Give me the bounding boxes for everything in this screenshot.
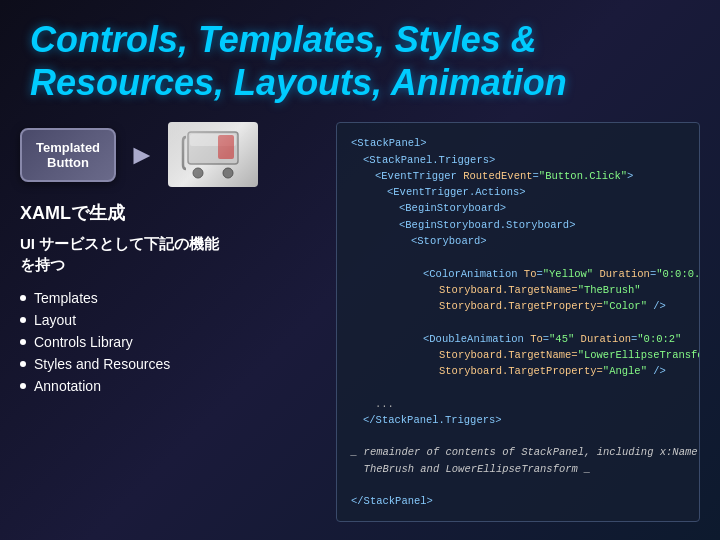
list-item-label: Layout (34, 312, 76, 328)
code-line: <Storyboard> (351, 233, 685, 249)
code-line (351, 477, 685, 493)
list-item: Controls Library (20, 331, 320, 353)
main-title: Controls, Templates, Styles & Resources,… (30, 18, 690, 104)
list-item-label: Templates (34, 290, 98, 306)
shopping-cart-svg (178, 127, 248, 182)
bullet-dot (20, 361, 26, 367)
bullet-list: Templates Layout Controls Library Styles… (20, 287, 320, 397)
bullet-dot (20, 339, 26, 345)
code-line: <BeginStoryboard> (351, 200, 685, 216)
bullet-dot (20, 383, 26, 389)
ui-service-text: UI サービスとして下記の機能を持つ (20, 233, 320, 275)
code-line: </StackPanel.Triggers> (351, 412, 685, 428)
code-line: <EventTrigger.Actions> (351, 184, 685, 200)
code-line: Storyboard.TargetProperty="Color" /> (351, 298, 685, 314)
title-section: Controls, Templates, Styles & Resources,… (0, 0, 720, 114)
code-line (351, 314, 685, 330)
code-line: </StackPanel> (351, 493, 685, 509)
code-line: Storyboard.TargetName="LowerEllipseTrans… (351, 347, 685, 363)
bullet-dot (20, 317, 26, 323)
code-panel: <StackPanel> <StackPanel.Triggers> <Even… (336, 122, 700, 522)
svg-rect-0 (188, 132, 238, 164)
list-item: Layout (20, 309, 320, 331)
code-line: Storyboard.TargetProperty="Angle" /> (351, 363, 685, 379)
code-line (351, 379, 685, 395)
japanese-heading: XAMLで生成 (20, 201, 320, 225)
template-button-label: TemplatedButton (36, 140, 100, 170)
code-line: ... (351, 396, 685, 412)
list-item: Templates (20, 287, 320, 309)
code-line: <BeginStoryboard.Storyboard> (351, 217, 685, 233)
svg-rect-4 (218, 135, 234, 159)
code-line: <ColorAnimation To="Yellow" Duration="0:… (351, 266, 685, 282)
code-line (351, 249, 685, 265)
svg-rect-3 (190, 134, 236, 146)
left-panel: TemplatedButton ► XAMLで生 (20, 122, 320, 522)
code-line (351, 428, 685, 444)
list-item: Styles and Resources (20, 353, 320, 375)
list-item: Annotation (20, 375, 320, 397)
template-button-badge: TemplatedButton (20, 128, 116, 182)
code-line: <StackPanel> (351, 135, 685, 151)
list-item-label: Styles and Resources (34, 356, 170, 372)
code-line: <DoubleAnimation To="45" Duration="0:0:2… (351, 331, 685, 347)
template-button-area: TemplatedButton ► (20, 122, 320, 187)
bullet-dot (20, 295, 26, 301)
list-item-label: Annotation (34, 378, 101, 394)
svg-point-1 (193, 168, 203, 178)
arrow-right-icon: ► (128, 139, 156, 171)
code-line: TheBrush and LowerEllipseTransform _ (351, 461, 685, 477)
svg-point-2 (223, 168, 233, 178)
code-line: Storyboard.TargetName="TheBrush" (351, 282, 685, 298)
code-line: <EventTrigger RoutedEvent="Button.Click"… (351, 168, 685, 184)
code-line: <StackPanel.Triggers> (351, 152, 685, 168)
content-area: TemplatedButton ► XAMLで生 (0, 114, 720, 532)
cart-image (168, 122, 258, 187)
list-item-label: Controls Library (34, 334, 133, 350)
code-line: _ remainder of contents of StackPanel, i… (351, 444, 685, 460)
